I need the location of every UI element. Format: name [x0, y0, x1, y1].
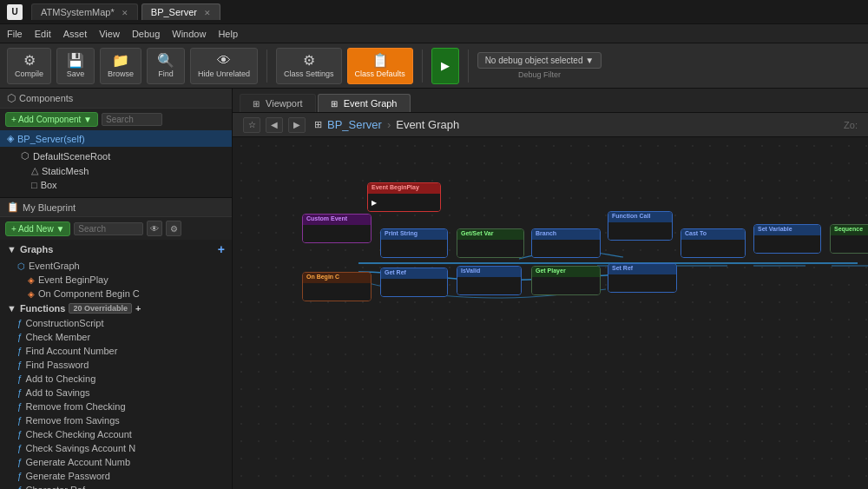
menu-help[interactable]: Help	[218, 29, 238, 39]
staticmesh-icon: △	[31, 165, 38, 176]
bp-item-addtosavings[interactable]: ƒ Add to Savings	[0, 386, 232, 400]
tab-bp-server[interactable]: BP_Server ✕	[141, 3, 220, 20]
class-settings-button[interactable]: ⚙ Class Settings	[276, 48, 342, 84]
tab-atmsystemmap[interactable]: ATMSystemMap* ✕	[31, 3, 138, 20]
bp-item-removefromsavings[interactable]: ƒ Remove from Savings	[0, 413, 232, 427]
my-blueprint-section: 📋 My Blueprint + Add New ▼ 👁 ⚙ ▼ Graphs …	[0, 198, 232, 489]
node-1[interactable]: Print String	[380, 228, 448, 258]
breadcrumb-star-button[interactable]: ☆	[243, 117, 260, 133]
node-lower-3[interactable]: IsValid	[457, 266, 522, 295]
breadcrumb-forward-button[interactable]: ▶	[288, 117, 306, 133]
generateaccountnumb-icon: ƒ	[17, 458, 23, 467]
my-blueprint-search-input[interactable]	[74, 222, 143, 235]
bp-settings-button[interactable]: ⚙	[166, 221, 181, 236]
breadcrumb-back-button[interactable]: ◀	[266, 117, 283, 133]
bp-item-characterref[interactable]: ƒ Character Ref	[0, 483, 232, 489]
bp-item-addtochecking[interactable]: ƒ Add to Checking	[0, 372, 232, 386]
component-item-box[interactable]: □ Box	[0, 178, 232, 192]
bp-category-graphs[interactable]: ▼ Graphs +	[0, 240, 232, 259]
components-header: ⬡ Components	[0, 89, 232, 109]
add-component-bar: + Add Component ▼	[0, 109, 232, 130]
compile-icon: ⚙	[23, 54, 36, 68]
left-panel: ⬡ Components + Add Component ▼ ◈ BP_Serv…	[0, 89, 233, 489]
bp-item-eventgraph[interactable]: ⬡ EventGraph	[0, 259, 232, 273]
node-3[interactable]: Branch	[531, 228, 601, 258]
tab-event-graph[interactable]: ⊞ Event Graph	[318, 94, 411, 112]
find-button[interactable]: 🔍 Find	[147, 48, 185, 84]
bp-item-checkcheckingaccount[interactable]: ƒ Check Checking Account	[0, 427, 232, 441]
bp-item-checksavingsaccount[interactable]: ƒ Check Savings Account N	[0, 441, 232, 455]
menu-edit[interactable]: Edit	[35, 29, 51, 39]
bp-item-findaccountnumber[interactable]: ƒ Find Account Number	[0, 344, 232, 358]
play-button[interactable]: ▶	[431, 48, 459, 84]
hide-unrelated-icon: 👁	[217, 54, 231, 68]
tab-viewport[interactable]: ⊞ Viewport	[240, 94, 316, 112]
menu-debug[interactable]: Debug	[132, 29, 160, 39]
connections-overlay	[233, 137, 868, 489]
characterref-icon: ƒ	[17, 486, 23, 490]
graph-tabs: ⊞ Viewport ⊞ Event Graph	[233, 89, 868, 113]
node-4[interactable]: Function Call	[608, 211, 673, 241]
class-settings-icon: ⚙	[303, 54, 315, 68]
node-beginplay[interactable]: Event BeginPlay ▶	[367, 182, 441, 212]
graph-panel: ⊞ Viewport ⊞ Event Graph ☆ ◀ ▶ ⊞ BP_Serv…	[233, 89, 868, 489]
my-blueprint-header: 📋 My Blueprint	[0, 198, 232, 217]
find-icon: 🔍	[157, 54, 174, 68]
breadcrumb-grid-icon: ⊞	[314, 119, 322, 130]
node-6[interactable]: Set Variable	[753, 224, 821, 254]
generatepassword-icon: ƒ	[17, 472, 23, 481]
node-lower-5[interactable]: Set Ref	[608, 263, 677, 293]
add-new-button[interactable]: + Add New ▼	[5, 221, 70, 236]
debug-object-select[interactable]: No debug object selected ▼	[477, 52, 602, 69]
node-custom1[interactable]: Custom Event	[302, 214, 372, 243]
bp-item-oncomponentbegin[interactable]: ◈ On Component Begin C	[0, 287, 232, 301]
component-item-defaultsceneroot[interactable]: ⬡ DefaultSceneRoot	[0, 149, 232, 163]
bp-item-generatepassword[interactable]: ƒ Generate Password	[0, 469, 232, 483]
menu-file[interactable]: File	[7, 29, 23, 39]
breadcrumb-path: BP_Server › Event Graph	[327, 118, 459, 131]
add-component-button[interactable]: + Add Component ▼	[5, 112, 98, 127]
node-2[interactable]: Get/Set Var	[457, 228, 524, 258]
beginplay-icon: ◈	[28, 275, 35, 285]
components-search-input[interactable]	[102, 113, 162, 126]
tab-close-atmsystemmap[interactable]: ✕	[122, 9, 128, 17]
bp-item-generateaccountnumb[interactable]: ƒ Generate Account Numb	[0, 455, 232, 469]
graphs-add-button[interactable]: +	[218, 242, 225, 256]
node-lower-2[interactable]: Get Ref	[380, 268, 448, 297]
bp-category-functions[interactable]: ▼ Functions 20 Overridable +	[0, 301, 232, 316]
node-lower-1[interactable]: On Begin C	[302, 272, 372, 301]
my-blueprint-icon: 📋	[7, 202, 19, 213]
functions-add-button[interactable]: +	[135, 303, 141, 314]
compile-button[interactable]: ⚙ Compile	[7, 48, 51, 84]
menu-window[interactable]: Window	[172, 29, 206, 39]
node-5[interactable]: Cast To	[681, 228, 746, 258]
bp-eye-button[interactable]: 👁	[147, 221, 162, 236]
component-tree: ⬡ DefaultSceneRoot △ StaticMesh □ Box	[0, 147, 232, 194]
bp-item-constructionscript[interactable]: ƒ ConstructionScript	[0, 316, 232, 330]
bp-server-self-icon: ◈	[7, 133, 14, 144]
oncomponent-icon: ◈	[28, 289, 35, 299]
bp-server-self-item[interactable]: ◈ BP_Server(self)	[0, 130, 232, 147]
addtosavings-icon: ƒ	[17, 388, 23, 398]
menu-view[interactable]: View	[99, 29, 120, 39]
toolbar-sep-2	[422, 50, 423, 83]
graph-canvas[interactable]: Event BeginPlay ▶ Custom Event Print Str…	[233, 137, 868, 489]
bp-item-checkmember[interactable]: ƒ Check Member	[0, 330, 232, 344]
save-button[interactable]: 💾 Save	[56, 48, 95, 84]
menu-asset[interactable]: Asset	[63, 29, 88, 39]
component-item-staticmesh[interactable]: △ StaticMesh	[0, 163, 232, 178]
hide-unrelated-button[interactable]: 👁 Hide Unrelated	[190, 48, 258, 84]
graphs-expand-icon: ▼	[7, 244, 16, 254]
removefromchecking-icon: ƒ	[17, 402, 23, 412]
bp-item-findpassword[interactable]: ƒ Find Password	[0, 358, 232, 372]
toolbar-sep-1	[266, 50, 267, 83]
bp-item-removefromchecking[interactable]: ƒ Remove from Checking	[0, 400, 232, 413]
box-icon: □	[31, 180, 37, 190]
tab-close-bp-server[interactable]: ✕	[204, 9, 211, 17]
browse-button[interactable]: 📁 Browse	[100, 48, 141, 84]
class-defaults-button[interactable]: 📋 Class Defaults	[347, 48, 413, 84]
bp-item-beginplay[interactable]: ◈ Event BeginPlay	[0, 273, 232, 287]
node-7[interactable]: Sequence	[830, 224, 868, 254]
event-graph-tab-icon: ⊞	[331, 99, 338, 109]
node-lower-4[interactable]: Get Player	[531, 266, 601, 295]
